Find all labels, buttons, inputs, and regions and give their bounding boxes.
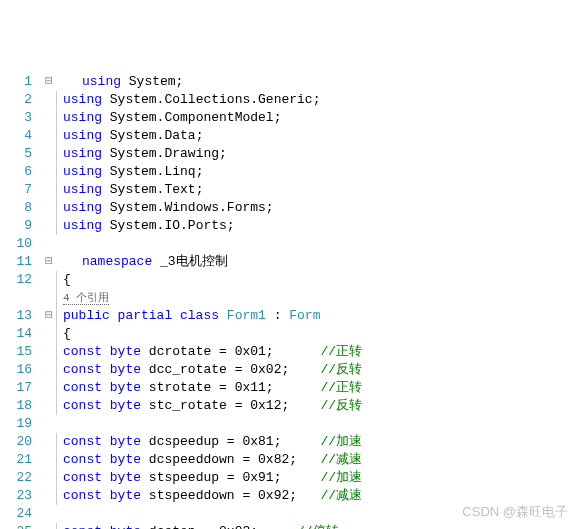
code-content: using System.Text; [56, 181, 203, 199]
code-line[interactable]: const byte dcspeeddown = 0x82; //减速 [44, 451, 576, 469]
code-line[interactable]: const byte dcstop = 0x03; //停转 [44, 523, 576, 529]
token-kw: const byte [63, 524, 149, 529]
token-ns: { [63, 326, 71, 341]
code-line[interactable]: const byte strotate = 0x11; //正转 [44, 379, 576, 397]
token-kw: using [63, 110, 110, 125]
code-area[interactable]: ⊟using System; using System.Collections.… [40, 73, 576, 529]
token-ns: System.Data; [110, 128, 204, 143]
outline-bar [44, 289, 54, 307]
code-line[interactable]: ⊟public partial class Form1 : Form [44, 307, 576, 325]
token-kw: namespace [82, 254, 160, 269]
code-line[interactable]: using System.Drawing; [44, 145, 576, 163]
outline-bar [44, 163, 54, 181]
token-ns: stspeedup = 0x91; [149, 470, 321, 485]
code-line[interactable]: { [44, 271, 576, 289]
line-number: 5 [0, 145, 32, 163]
code-content: public partial class Form1 : Form [56, 307, 320, 325]
code-content: const byte stspeedup = 0x91; //加速 [56, 469, 362, 487]
token-kw: using [63, 182, 110, 197]
line-number [0, 289, 32, 307]
code-content: const byte stc_rotate = 0x12; //反转 [56, 397, 362, 415]
code-line[interactable]: using System.Collections.Generic; [44, 91, 576, 109]
code-line[interactable]: const byte dcc_rotate = 0x02; //反转 [44, 361, 576, 379]
code-content: using System.Windows.Forms; [56, 199, 274, 217]
watermark: CSDN @森旺电子 [462, 503, 568, 521]
token-comment: //正转 [320, 344, 362, 359]
token-kw: using [63, 92, 110, 107]
code-line[interactable]: 4 个引用 [44, 289, 576, 307]
code-content: const byte dcspeedup = 0x81; //加速 [56, 433, 362, 451]
line-number: 7 [0, 181, 32, 199]
code-line[interactable]: using System.ComponentModel; [44, 109, 576, 127]
token-ns: dcspeeddown = 0x82; [149, 452, 321, 467]
code-content: const byte stspeeddown = 0x92; //减速 [56, 487, 362, 505]
outline-bar [44, 217, 54, 235]
code-line[interactable]: using System.Linq; [44, 163, 576, 181]
code-line[interactable]: ⊟using System; [44, 73, 576, 91]
code-content: using System.Linq; [56, 163, 203, 181]
code-line[interactable]: using System.Text; [44, 181, 576, 199]
code-line[interactable]: using System.Windows.Forms; [44, 199, 576, 217]
references-link[interactable]: 4 个引用 [63, 292, 109, 305]
token-kw: const byte [63, 398, 149, 413]
token-kw: public partial class [63, 308, 227, 323]
token-ns: dcc_rotate = 0x02; [149, 362, 321, 377]
collapse-icon[interactable]: ⊟ [44, 253, 54, 271]
code-line[interactable]: ⊟namespace _3电机控制 [44, 253, 576, 271]
token-ns: System.Collections.Generic; [110, 92, 321, 107]
line-number: 18 [0, 397, 32, 415]
code-line[interactable]: const byte stc_rotate = 0x12; //反转 [44, 397, 576, 415]
code-line[interactable] [44, 415, 576, 433]
outline-bar [44, 379, 54, 397]
code-line[interactable]: const byte dcrotate = 0x01; //正转 [44, 343, 576, 361]
collapse-icon[interactable]: ⊟ [44, 307, 54, 325]
outline-bar [44, 181, 54, 199]
outline-bar [44, 397, 54, 415]
code-line[interactable]: const byte stspeedup = 0x91; //加速 [44, 469, 576, 487]
code-line[interactable]: using System.IO.Ports; [44, 217, 576, 235]
outline-bar [44, 109, 54, 127]
line-number: 23 [0, 487, 32, 505]
token-ns: System.Text; [110, 182, 204, 197]
outline-bar [44, 199, 54, 217]
token-kw: using [63, 146, 110, 161]
code-line[interactable] [44, 235, 576, 253]
code-content: namespace _3电机控制 [54, 253, 228, 271]
outline-bar [44, 343, 54, 361]
outline-bar [44, 451, 54, 469]
token-ns: stspeeddown = 0x92; [149, 488, 321, 503]
line-number: 11 [0, 253, 32, 271]
line-number: 6 [0, 163, 32, 181]
code-content: using System; [54, 73, 183, 91]
line-number: 10 [0, 235, 32, 253]
token-ns: : [266, 308, 289, 323]
outline-bar [44, 127, 54, 145]
code-content: const byte dcstop = 0x03; //停转 [56, 523, 339, 529]
outline-bar [44, 235, 54, 253]
code-content: 4 个引用 [56, 289, 109, 307]
outline-bar [44, 415, 54, 433]
token-ns: System.IO.Ports; [110, 218, 235, 233]
token-kw: const byte [63, 488, 149, 503]
code-line[interactable]: const byte dcspeedup = 0x81; //加速 [44, 433, 576, 451]
token-ns: System.ComponentModel; [110, 110, 282, 125]
line-number: 21 [0, 451, 32, 469]
token-kw: using [82, 74, 129, 89]
token-kw: const byte [63, 434, 149, 449]
token-comment: //反转 [320, 362, 362, 377]
token-ns: strotate = 0x11; [149, 380, 321, 395]
code-content: using System.Collections.Generic; [56, 91, 320, 109]
code-content: const byte dcrotate = 0x01; //正转 [56, 343, 362, 361]
token-ns: System.Linq; [110, 164, 204, 179]
collapse-icon[interactable]: ⊟ [44, 73, 54, 91]
line-number: 16 [0, 361, 32, 379]
token-kw: const byte [63, 380, 149, 395]
code-content: using System.IO.Ports; [56, 217, 235, 235]
token-kw: const byte [63, 452, 149, 467]
code-line[interactable]: using System.Data; [44, 127, 576, 145]
code-content: using System.ComponentModel; [56, 109, 281, 127]
code-line[interactable]: { [44, 325, 576, 343]
code-editor[interactable]: 1234567891011121314151617181920212223242… [0, 73, 576, 529]
token-kw: using [63, 164, 110, 179]
line-number: 24 [0, 505, 32, 523]
